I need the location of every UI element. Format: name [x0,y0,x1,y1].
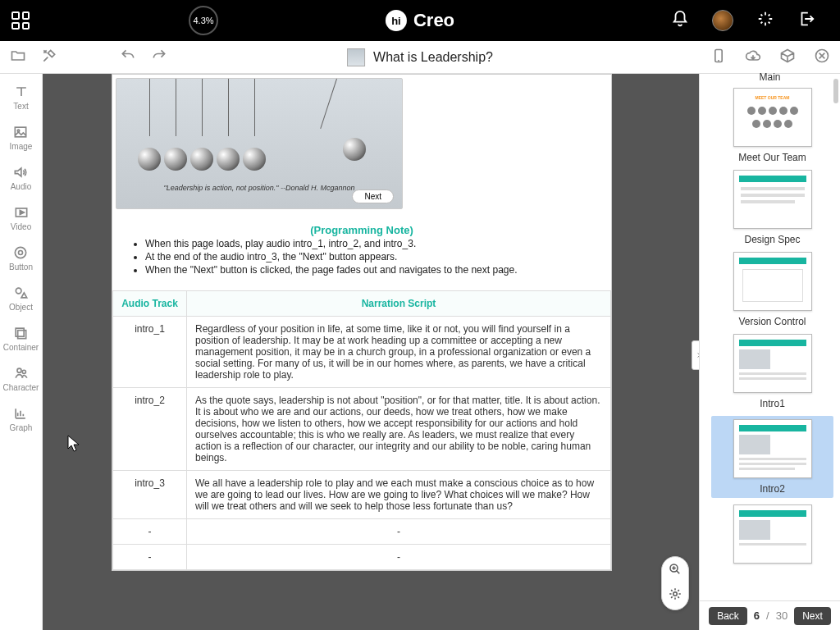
video-icon [13,204,30,221]
phone-icon [710,48,727,64]
apps-menu-button[interactable] [0,0,41,41]
table-head-track: Audio Track [113,291,187,317]
insert-image-tool[interactable]: Image [10,124,33,151]
table-row: -- [113,545,611,570]
insert-character-tool[interactable]: Character [3,365,39,392]
user-avatar[interactable] [712,10,733,31]
insert-container-tool[interactable]: Container [3,325,39,352]
tool-label: Image [10,142,33,151]
slide-thumb-label: Design Spec [711,234,833,245]
document-thumb-icon [347,48,365,66]
scrollbar-thumb[interactable] [833,79,838,103]
document-title-text: What is Leadership? [373,50,493,65]
slide-thumb[interactable]: Version Control [711,252,833,327]
brand-badge: hi [386,10,407,31]
apps-grid-icon [11,11,30,30]
undo-icon [120,48,136,64]
insert-object-tool[interactable]: Object [9,285,33,312]
tool-label: Text [13,102,28,111]
editor-canvas[interactable]: "Leadership is action, not position." --… [43,74,699,630]
slide-thumb[interactable]: MEET OUR TEAM Meet Our Team [711,88,833,163]
svg-point-6 [19,251,23,255]
sparkle-icon [756,10,774,28]
insert-tools-rail: Text Image Audio Video Button Object Con… [0,74,43,630]
exit-icon [797,10,815,28]
close-circle-icon [814,48,830,64]
slide-thumb-preview [733,170,812,229]
tool-label: Graph [10,423,33,432]
svg-rect-2 [16,127,26,137]
cloud-download-button[interactable] [745,48,761,67]
tool-label: Object [9,303,33,312]
folder-icon [10,48,26,64]
tools-button[interactable] [41,48,57,67]
document-title[interactable]: What is Leadership? [347,48,493,66]
script-cell: We all have a leadership role to play an… [187,471,611,519]
slides-paginator: Back 6 / 30 Next [700,600,840,630]
embedded-slide-preview[interactable]: "Leadership is action, not position." --… [116,78,403,209]
zoom-in-button[interactable] [668,562,682,580]
people-icon [13,365,30,381]
slide-next-button[interactable]: Next [352,189,394,203]
gear-icon [668,587,682,601]
slide-thumb-preview [733,419,812,478]
notifications-button[interactable] [671,10,689,31]
chart-icon [12,405,29,422]
total-pages: 30 [776,609,788,622]
track-cell: - [113,519,187,545]
document-page[interactable]: "Leadership is action, not position." --… [112,74,612,571]
paginator-next-button[interactable]: Next [794,607,831,625]
programming-note-item: When the "Next" button is clicked, the p… [145,264,593,276]
upload-progress-indicator: 4.3% [189,6,218,35]
zoom-settings-button[interactable] [668,587,682,605]
paginator-back-button[interactable]: Back [709,607,747,625]
programming-note-heading: (Programming Note) [112,224,611,236]
undo-button[interactable] [120,48,136,67]
tool-label: Video [11,222,31,231]
narration-table: Audio Track Narration Script intro_1Rega… [112,290,611,570]
script-cell: - [187,545,611,570]
tools-icon [41,48,57,64]
slides-panel: Main MEET OUR TEAM Meet Our Team Design … [699,74,840,630]
tool-label: Button [9,262,33,272]
insert-graph-tool[interactable]: Graph [10,405,33,432]
slide-thumb[interactable]: Design Spec [711,170,833,245]
insert-video-tool[interactable]: Video [11,204,31,231]
slide-thumb-preview [733,504,812,564]
image-icon [12,124,29,140]
svg-point-10 [17,368,21,372]
track-cell: intro_2 [113,388,187,471]
cloud-download-icon [745,48,761,64]
insert-text-tool[interactable]: Text [13,84,30,111]
slide-thumb-selected[interactable]: Intro2 [711,416,833,498]
package-button[interactable] [779,48,796,67]
slide-thumb[interactable] [711,504,833,564]
slide-thumb-preview [733,334,812,393]
insert-audio-tool[interactable]: Audio [11,164,32,191]
table-row: intro_3We all have a leadership role to … [113,471,611,519]
slide-thumb-preview [733,252,812,311]
table-row: intro_1Regardless of your position in li… [113,317,611,388]
svg-rect-9 [18,331,26,339]
text-icon [13,84,30,100]
track-cell: intro_1 [113,317,187,388]
exit-button[interactable] [797,10,815,31]
preview-device-button[interactable] [710,48,727,67]
svg-point-13 [673,592,678,596]
svg-point-5 [16,247,26,258]
open-file-button[interactable] [10,48,26,67]
page-sep: / [766,609,769,622]
ai-assist-button[interactable] [756,10,774,31]
insert-button-tool[interactable]: Button [9,244,33,272]
programming-note-list: When this page loads, play audio intro_1… [112,238,611,290]
zoom-in-icon [668,562,682,577]
svg-rect-8 [16,328,25,336]
script-cell: - [187,519,611,545]
track-cell: - [113,545,187,570]
slide-thumb[interactable]: Intro1 [711,334,833,409]
close-button[interactable] [814,48,830,67]
programming-note-item: At the end of the audio intro_3, the "Ne… [145,251,593,262]
redo-button[interactable] [151,48,167,67]
table-row: -- [113,519,611,545]
programming-note-item: When this page loads, play audio intro_1… [145,238,593,249]
